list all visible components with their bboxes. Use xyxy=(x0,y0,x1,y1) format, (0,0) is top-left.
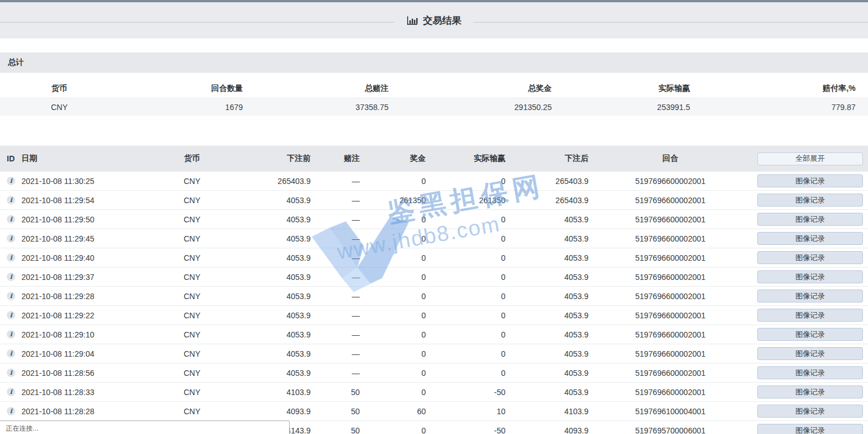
summary-net-value: 253991.5 xyxy=(559,103,697,112)
table-row: i 2021-10-08 11:29:37 CNY 4053.9 — 0 0 4… xyxy=(0,268,868,287)
image-record-button[interactable]: 图像记录 xyxy=(757,347,863,360)
row-currency: CNY xyxy=(130,369,254,378)
row-round-id: 5197696600002001 xyxy=(588,234,752,243)
image-record-button[interactable]: 图像记录 xyxy=(757,270,863,283)
row-net: 0 xyxy=(426,330,505,339)
row-round-id: 5197696100004001 xyxy=(588,407,752,416)
row-prize: 0 xyxy=(360,177,426,186)
row-before-bet: 4053.9 xyxy=(254,292,311,301)
info-icon[interactable]: i xyxy=(7,292,15,300)
row-net: 0 xyxy=(426,215,505,224)
image-record-button[interactable]: 图像记录 xyxy=(757,424,863,434)
detail-col-net: 实际输赢 xyxy=(426,154,505,164)
image-record-button[interactable]: 图像记录 xyxy=(757,174,863,187)
info-icon[interactable]: i xyxy=(7,311,15,319)
row-currency: CNY xyxy=(130,407,254,416)
summary-data-row: CNY 1679 37358.75 291350.25 253991.5 779… xyxy=(0,98,868,116)
row-after-bet: 4053.9 xyxy=(505,369,588,378)
row-bet: — xyxy=(311,215,360,224)
row-prize: 0 xyxy=(360,349,426,358)
row-bet: — xyxy=(311,369,360,378)
row-after-bet: 4053.9 xyxy=(505,388,588,397)
summary-total-bet-value: 37358.75 xyxy=(248,103,395,112)
info-icon[interactable]: i xyxy=(7,407,15,415)
row-bet: — xyxy=(311,311,360,320)
info-icon[interactable]: i xyxy=(7,253,15,262)
image-record-button[interactable]: 图像记录 xyxy=(757,213,863,226)
detail-col-currency: 货币 xyxy=(130,154,254,164)
page-title-wrap: 交易结果 xyxy=(394,14,474,27)
image-record-button[interactable]: 图像记录 xyxy=(757,366,863,379)
row-net: 0 xyxy=(426,234,505,243)
row-prize: 60 xyxy=(360,407,426,416)
image-record-button[interactable]: 图像记录 xyxy=(757,405,863,418)
row-net: 0 xyxy=(426,369,505,378)
info-icon[interactable]: i xyxy=(7,388,15,396)
table-row: i 2021-10-08 11:29:04 CNY 4053.9 — 0 0 4… xyxy=(0,344,868,363)
image-record-button[interactable]: 图像记录 xyxy=(757,251,863,264)
detail-table: ID 日期 货币 下注前 赌注 奖金 实际输赢 下注后 回合 全部展开 i 20… xyxy=(0,146,868,434)
row-prize: 0 xyxy=(360,234,426,243)
summary-col-total-bet: 总赌注 xyxy=(248,84,395,94)
row-currency: CNY xyxy=(130,234,254,243)
row-bet: — xyxy=(311,234,360,243)
row-currency: CNY xyxy=(130,196,254,205)
row-after-bet: 4103.9 xyxy=(505,407,588,416)
image-record-button[interactable]: 图像记录 xyxy=(757,328,863,341)
info-icon[interactable]: i xyxy=(7,369,15,377)
row-date: 2021-10-08 11:28:28 xyxy=(17,407,130,416)
row-after-bet: 4053.9 xyxy=(505,234,588,243)
info-icon[interactable]: i xyxy=(7,215,15,223)
detail-header-row: ID 日期 货币 下注前 赌注 奖金 实际输赢 下注后 回合 全部展开 xyxy=(0,146,868,172)
row-before-bet: 4053.9 xyxy=(254,273,311,282)
row-net: -50 xyxy=(426,388,505,397)
info-icon[interactable]: i xyxy=(7,273,15,281)
row-bet: — xyxy=(311,349,360,358)
info-icon[interactable]: i xyxy=(7,349,15,358)
row-before-bet: 4053.9 xyxy=(254,330,311,339)
row-net: 10 xyxy=(426,407,505,416)
row-before-bet: 4053.9 xyxy=(254,196,311,205)
row-date: 2021-10-08 11:29:50 xyxy=(17,215,130,224)
page-title: 交易结果 xyxy=(423,14,461,27)
summary-currency-value: CNY xyxy=(0,103,119,112)
row-round-id: 5197696600002001 xyxy=(588,349,752,358)
image-record-button[interactable]: 图像记录 xyxy=(757,194,863,207)
image-record-button[interactable]: 图像记录 xyxy=(757,385,863,398)
expand-all-button[interactable]: 全部展开 xyxy=(757,152,863,165)
info-icon[interactable]: i xyxy=(7,330,15,339)
row-before-bet: 4053.9 xyxy=(254,349,311,358)
row-bet: — xyxy=(311,177,360,186)
row-round-id: 5197696600002001 xyxy=(588,292,752,301)
image-record-button[interactable]: 图像记录 xyxy=(757,232,863,245)
image-record-button[interactable]: 图像记录 xyxy=(757,290,863,303)
row-round-id: 5197696600002001 xyxy=(588,196,752,205)
info-icon[interactable]: i xyxy=(7,177,15,185)
row-net: -50 xyxy=(426,426,505,434)
row-prize: 0 xyxy=(360,369,426,378)
row-prize: 0 xyxy=(360,253,426,262)
row-after-bet: 265403.9 xyxy=(505,177,588,186)
row-currency: CNY xyxy=(130,388,254,397)
image-record-button[interactable]: 图像记录 xyxy=(757,309,863,322)
row-bet: — xyxy=(311,196,360,205)
info-icon[interactable]: i xyxy=(7,196,15,204)
row-net: 0 xyxy=(426,273,505,282)
summary-col-total-prize: 总奖金 xyxy=(395,84,559,94)
summary-col-payout-rate: 赔付率,% xyxy=(697,84,868,94)
summary-col-net: 实际输赢 xyxy=(559,84,697,94)
row-currency: CNY xyxy=(130,311,254,320)
bar-chart-icon xyxy=(407,16,418,25)
row-round-id: 5197696600002001 xyxy=(588,330,752,339)
detail-col-after-bet: 下注后 xyxy=(505,154,588,164)
row-prize: 0 xyxy=(360,426,426,434)
row-round-id: 5197696600002001 xyxy=(588,311,752,320)
row-after-bet: 4053.9 xyxy=(505,273,588,282)
row-date: 2021-10-08 11:30:25 xyxy=(17,177,130,186)
info-icon[interactable]: i xyxy=(7,234,15,243)
row-round-id: 5197696600002001 xyxy=(588,253,752,262)
row-bet: — xyxy=(311,273,360,282)
row-net: 0 xyxy=(426,177,505,186)
row-net: 0 xyxy=(426,292,505,301)
row-bet: 50 xyxy=(311,388,360,397)
